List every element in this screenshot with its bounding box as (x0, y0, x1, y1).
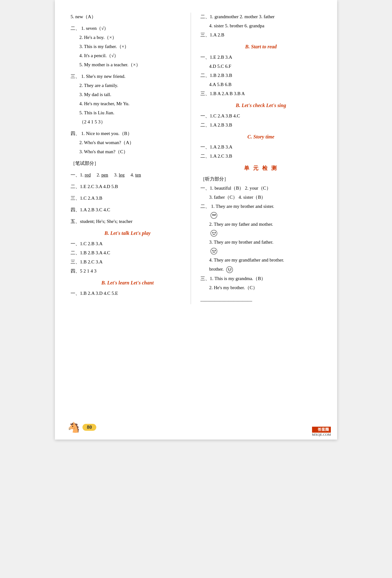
lets-talk-section: B. Let's talk Let's play 一、1.C 2.B 3.A 二… (71, 229, 184, 275)
page-number-badge: 80 (82, 424, 96, 431)
yi-bishi: 一、1. red 2. pen 3. leg 4. ten (71, 171, 184, 179)
san-bishi: 三、1.C 2.A 3.B (71, 194, 184, 203)
horse-icon: 🐴 (67, 421, 80, 433)
er-unit-label: 二、 (200, 202, 210, 211)
san-section: 三、 1. She's my new friend. 2. They are a… (71, 72, 184, 126)
face-4 (226, 266, 233, 273)
si-section: 四、 1. Nice to meet you.（B） 2. Who's that… (71, 129, 184, 156)
er-bishi: 二、1.E 2.C 3.A 4.D 5.B (71, 182, 184, 191)
si-label: 四、 (71, 129, 80, 138)
er-items: 2. He's a boy.（×） 3. This is my father.（… (71, 33, 184, 69)
item-5-new: 5. new（A） (71, 13, 184, 21)
right-column: 二、1. grandmother 2. mother 3. father 4. … (191, 13, 321, 304)
pre-5-section: 5. new（A） (71, 13, 184, 21)
watermark-line2: MXQE.COM (312, 433, 331, 436)
lets-check-title: B. Let's check Let's sing (200, 101, 321, 110)
bishi-label: ［笔试部分］ (71, 159, 184, 168)
er-label: 二、 (71, 24, 80, 33)
lets-learn-section: B. Let's learn Let's chant 一、1.B 2.A 3.D… (71, 278, 184, 298)
right-top: 二、1. grandmother 2. mother 3. father 4. … (200, 13, 321, 39)
lets-talk-title: B. Let's talk Let's play (71, 229, 184, 238)
wu-bishi: 五、student; He's; She's; teacher (71, 217, 184, 226)
lets-check-section: B. Let's check Let's sing 一、1.C 2.A 3.B … (200, 101, 321, 129)
face-1 (210, 212, 217, 219)
face-3 (210, 248, 217, 255)
content-area: 5. new（A） 二、 1. seven（√） 2. He's a boy.（… (71, 13, 321, 304)
start-to-read-section: B. Start to read 一、1.E 2.B 3.A 4.D 5.C 6… (200, 42, 321, 98)
story-time-section: C. Story time 一、1.A 2.B 3.A 二、1.A 2.C 3.… (200, 132, 321, 161)
main-page: 5. new（A） 二、 1. seven（√） 2. He's a boy.（… (55, 0, 337, 440)
san-label: 三、 (71, 72, 80, 81)
start-to-read-title: B. Start to read (200, 42, 321, 51)
er-label-row: 二、 1. seven（√） (71, 24, 184, 33)
left-column: 5. new（A） 二、 1. seven（√） 2. He's a boy.（… (71, 13, 191, 304)
si-bishi: 四、1.A 2.B 3.C 4.C (71, 206, 184, 214)
page-number-area: 🐴 80 (67, 421, 96, 433)
story-time-title: C. Story time (200, 132, 321, 142)
watermark-line1: 答案圈 (312, 427, 331, 433)
unit-check-title: 单 元 检 测 (200, 164, 321, 173)
watermark: 答案圈 MXQE.COM (312, 427, 331, 436)
unit-check-section: 单 元 检 测 ［听力部分］ 一、1. beautiful（B） 2. your… (200, 164, 321, 292)
lets-learn-title: B. Let's learn Let's chant (71, 278, 184, 288)
face-2 (210, 230, 217, 237)
er-section: 二、 1. seven（√） 2. He's a boy.（×） 3. This… (71, 24, 184, 69)
